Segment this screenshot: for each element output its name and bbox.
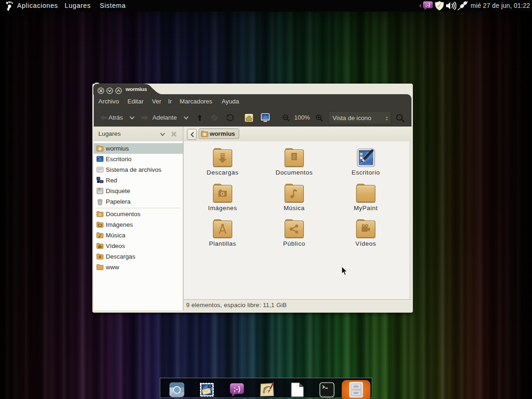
svg-text:;-): ;-) [234, 385, 241, 393]
svg-text:;-): ;-) [425, 2, 430, 7]
